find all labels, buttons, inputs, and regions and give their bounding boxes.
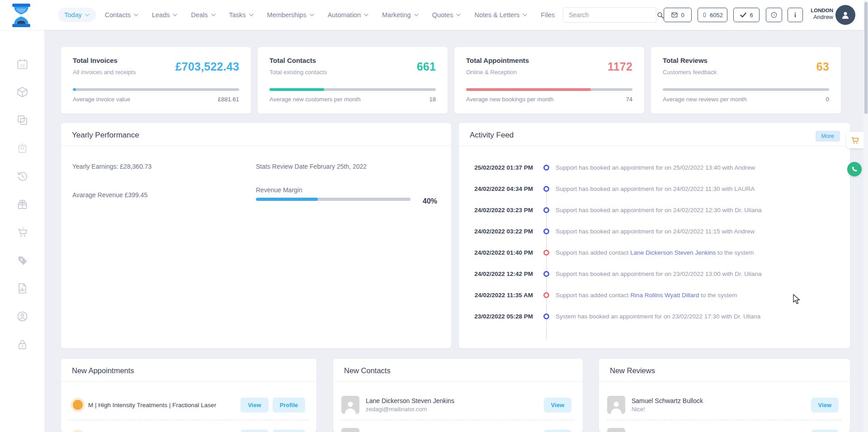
help-icon: ? — [770, 11, 778, 19]
stat-progress — [269, 88, 436, 91]
sidebar-item-pricing[interactable]: $ — [16, 254, 28, 266]
panel-title: Yearly Performance — [72, 131, 139, 140]
scrollbar-thumb[interactable] — [864, 2, 868, 114]
contact-link[interactable]: Rina Rollins Wyatt Dillard — [630, 292, 699, 299]
nav-item-marketing[interactable]: Marketing — [377, 8, 423, 22]
stat-title: Total Contacts — [269, 57, 316, 64]
stat-value: 1172 — [608, 60, 632, 73]
info-button[interactable] — [788, 8, 803, 22]
stats-review-date: Stats Review Date February 25th, 2022 — [256, 163, 367, 170]
chevron-down-icon — [134, 13, 138, 17]
feed-timestamp: 25/02/2022 01:37 PM — [459, 164, 533, 171]
stat-footer-value: 74 — [626, 96, 632, 103]
help-button[interactable]: ? — [766, 8, 782, 22]
stat-footer-value: 0 — [826, 96, 829, 103]
sidebar-item-history[interactable] — [16, 170, 28, 182]
nav-item-contacts[interactable]: Contacts — [100, 8, 143, 22]
nav-item-leads[interactable]: Leads — [147, 8, 182, 22]
feed-timestamp: 23/02/2022 05:28 PM — [459, 313, 533, 320]
stat-title: Total Appointments — [466, 57, 529, 64]
nav-item-automation[interactable]: Automation — [323, 8, 373, 22]
chevron-down-icon — [310, 13, 314, 17]
sidebar-item-account[interactable] — [16, 310, 28, 323]
new-appointments-panel: New Appointments M | High Intensity Trea… — [61, 359, 316, 432]
activity-feed-item: 24/02/2022 01:40 PM Support has added co… — [459, 242, 850, 263]
view-button[interactable]: View — [241, 430, 268, 432]
hourglass-logo-icon — [10, 3, 33, 28]
yearly-performance-panel: Yearly Performance Yearly Earnings: £28,… — [61, 123, 451, 348]
app-logo[interactable] — [10, 3, 33, 27]
activity-feed-list: 25/02/2022 01:37 PM Support has booked a… — [459, 146, 850, 327]
panel-title: Activity Feed — [470, 131, 514, 140]
stat-subtitle: All invoices and receipts — [73, 69, 136, 76]
sidebar-item-gift[interactable] — [16, 198, 28, 210]
mail-button[interactable]: 0 — [664, 8, 692, 22]
nav-item-quotes[interactable]: Quotes — [428, 8, 466, 22]
activity-feed-panel: Activity Feed More 25/02/2022 01:37 PM S… — [459, 123, 850, 348]
avatar — [607, 428, 625, 432]
chevron-down-icon — [364, 13, 368, 17]
tasks-done-button[interactable]: 6 — [733, 8, 760, 22]
appointment-row: M | High Intensity Treatments | Fraction… — [61, 390, 316, 420]
search-input[interactable] — [563, 8, 656, 22]
whatsapp-chat-button[interactable] — [847, 162, 862, 176]
feed-dot-icon — [543, 186, 549, 192]
feed-timestamp: 24/02/2022 03:22 PM — [459, 228, 533, 235]
dashed-divider — [341, 420, 575, 420]
lock-icon — [16, 338, 28, 351]
new-reviews-panel: New Reviews Samuel Schwartz Bullock Nice… — [599, 359, 850, 432]
feed-text: Support has added contact Rina Rollins W… — [556, 292, 737, 299]
feed-dot-icon — [543, 292, 549, 298]
nav-item-files[interactable]: Files — [536, 8, 559, 22]
panel-title: New Appointments — [72, 366, 134, 375]
view-button[interactable]: View — [544, 430, 571, 432]
more-button[interactable]: More — [816, 131, 840, 142]
divider — [333, 381, 583, 382]
sidebar-item-booking[interactable] — [16, 142, 28, 154]
sidebar-item-reports[interactable] — [16, 282, 28, 294]
view-button[interactable]: View — [544, 398, 571, 413]
profile-button[interactable]: Profile — [273, 430, 305, 432]
stat-footer: Average new customers per month 18 — [269, 96, 436, 103]
stat-subtitle: Customers feedback — [663, 69, 717, 76]
activity-feed-item: 23/02/2022 05:28 PM System has booked an… — [459, 306, 850, 327]
activity-feed-item: 25/02/2022 01:37 PM Support has booked a… — [459, 157, 850, 178]
sidebar-item-products[interactable] — [16, 86, 28, 98]
feed-text: Support has added contact Lane Dickerson… — [556, 249, 754, 256]
feed-timestamp: 24/02/2022 11:35 AM — [459, 292, 533, 299]
chevron-down-icon — [211, 13, 216, 17]
profile-button[interactable]: Profile — [273, 398, 305, 413]
search-button[interactable] — [656, 8, 664, 22]
feed-timestamp: 24/02/2022 01:40 PM — [459, 249, 533, 256]
stat-progress-fill — [73, 88, 76, 91]
stat-card-contacts: Total Contacts Total existing contacts 6… — [258, 47, 448, 114]
stat-card-appointments: Total Appointments Online & Reception 11… — [454, 47, 644, 114]
contact-link[interactable]: Lane Dickerson Steven Jenkins — [630, 249, 716, 256]
user-meta[interactable]: LONDON Andrew — [805, 7, 833, 21]
cart-widget-button[interactable] — [846, 132, 863, 148]
divider — [61, 381, 316, 382]
sidebar-item-calendar[interactable]: 12 — [16, 58, 28, 70]
main-nav: Today Contacts Leads Deals Tasks Members… — [58, 0, 559, 30]
nav-item-notes-letters[interactable]: Notes & Letters — [470, 8, 532, 22]
sidebar-item-pages[interactable] — [16, 114, 28, 126]
divider — [599, 381, 850, 382]
view-button[interactable]: View — [811, 430, 839, 432]
feed-timestamp: 24/02/2022 03:23 PM — [459, 207, 533, 214]
nav-item-memberships[interactable]: Memberships — [263, 8, 319, 22]
stat-value: 661 — [417, 60, 436, 73]
view-button[interactable]: View — [241, 398, 268, 413]
stat-footer-label: Average new bookings per month — [466, 96, 553, 103]
nav-item-tasks[interactable]: Tasks — [225, 8, 258, 22]
nav-item-deals[interactable]: Deals — [186, 8, 220, 22]
phone-button[interactable]: 6052 — [698, 8, 727, 22]
nav-label: Today — [64, 11, 82, 19]
stat-subtitle: Online & Reception — [466, 69, 517, 76]
sidebar-item-security[interactable] — [16, 338, 28, 351]
scrollbar-track[interactable] — [863, 0, 868, 432]
nav-item-today[interactable]: Today — [58, 8, 96, 22]
copy-pages-icon — [16, 114, 28, 126]
user-avatar[interactable] — [835, 5, 855, 25]
view-button[interactable]: View — [811, 398, 839, 413]
sidebar-item-shop[interactable] — [16, 226, 28, 238]
